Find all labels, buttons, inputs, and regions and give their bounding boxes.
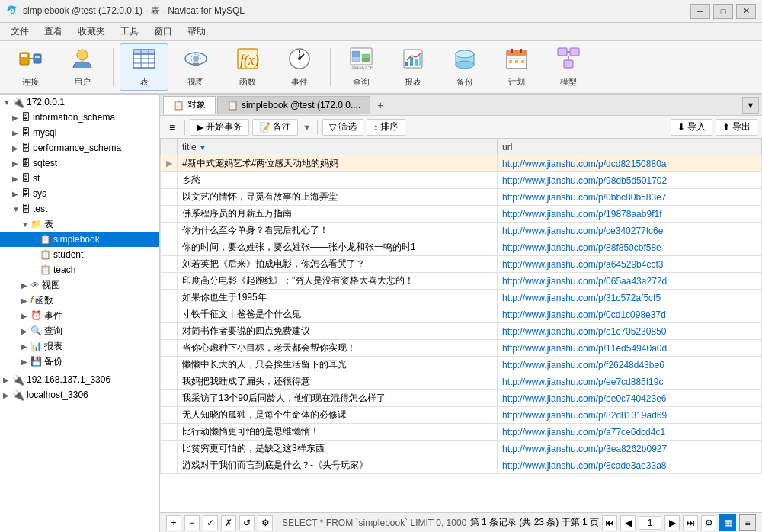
table-row[interactable]: 你的时间，要么姓张，要么姓张——张小龙和张一鸣的时1http://www.jia… <box>161 239 762 256</box>
table-row[interactable]: 你为什么至今单身？看完后扎心了！http://www.jianshu.com/p… <box>161 223 762 239</box>
tbar-export-button[interactable]: ⬆ 导出 <box>716 119 757 136</box>
tree-toggle-reports[interactable]: ▶ <box>21 342 30 351</box>
cell-url[interactable]: http://www.jianshu.com/p/a77ce6dcd4c1 <box>498 424 762 441</box>
cell-url[interactable]: http://www.jianshu.com/p/e1c705230850 <box>498 323 762 340</box>
page-first-button[interactable]: ⏮ <box>602 515 617 530</box>
toolbar-connect[interactable]: 连接 <box>6 43 55 91</box>
cell-url[interactable]: http://www.jianshu.com/p/3ea8262b0927 <box>498 441 762 457</box>
toolbar-backup[interactable]: 备份 <box>440 43 489 91</box>
table-row[interactable]: 比行动懒惰更可怕的是思维懒惰！http://www.jianshu.com/p/… <box>161 424 762 441</box>
tree-views-folder[interactable]: ▶ 👁 视图 <box>0 277 159 293</box>
th-title[interactable]: title ▼ <box>178 139 498 155</box>
cell-url[interactable]: http://www.jianshu.com/p/19878aab9f1f <box>498 206 762 223</box>
grid-view-button[interactable]: ▦ <box>719 514 736 531</box>
table-row[interactable]: 无人知晓的孤独，是每个生命体的必修课http://www.jianshu.com… <box>161 407 762 424</box>
cell-title[interactable]: 比贫穷更可怕的，是缺乏这3样东西 <box>178 441 498 457</box>
toolbar-user[interactable]: 用户 <box>58 43 107 91</box>
table-row[interactable]: 印度高分电影《起跑线》："穷人是没有资格大喜大悲的！http://www.jia… <box>161 273 762 290</box>
tree-backup-folder[interactable]: ▶ 💾 备份 <box>0 354 159 369</box>
menu-favorites[interactable]: 收藏夹 <box>70 24 113 40</box>
cell-url[interactable]: http://www.jianshu.com/p/88f850cbf58e <box>498 239 762 256</box>
tab-menu-button[interactable]: ▼ <box>742 97 759 114</box>
tree-toggle-host3[interactable]: ▶ <box>3 391 12 399</box>
tbar-backup-button[interactable]: 📝 备注 <box>252 119 298 136</box>
th-url[interactable]: url <box>498 139 762 155</box>
table-row[interactable]: 如果你也生于1995年http://www.jianshu.com/p/31c5… <box>161 290 762 306</box>
cell-url[interactable]: http://www.jianshu.com/p/0cd1c098e37d <box>498 306 762 323</box>
cell-url[interactable]: http://www.jianshu.com/p/82d81319ad69 <box>498 407 762 424</box>
tree-host1[interactable]: ▼ 🔌 172.0.0.1 <box>0 95 159 110</box>
menu-help[interactable]: 帮助 <box>180 24 213 40</box>
cell-title[interactable]: 我采访了13个90后同龄人，他们现在混得怎么样了 <box>178 390 498 407</box>
cell-title[interactable]: 我妈把我睡成了扁头，还很得意 <box>178 373 498 390</box>
tree-sys[interactable]: ▶ 🗄 sys <box>0 186 159 201</box>
table-row[interactable]: 乡愁http://www.jianshu.com/p/98db5d501702 <box>161 172 762 189</box>
cell-url[interactable]: http://www.jianshu.com/p/8cade3ae33a8 <box>498 457 762 474</box>
cell-url[interactable]: http://www.jianshu.com/p/be0c740423e6 <box>498 390 762 407</box>
check-button[interactable]: ✓ <box>203 515 218 530</box>
table-row[interactable]: 懒懒中长大的人，只会挨生活留下的耳光http://www.jianshu.com… <box>161 357 762 373</box>
cross-button[interactable]: ✗ <box>221 515 236 530</box>
toolbar-report[interactable]: 报表 <box>389 43 437 91</box>
tree-toggle-events[interactable]: ▶ <box>21 312 30 320</box>
toolbar-query[interactable]: SELECT * FROM ... 查询 <box>337 43 386 91</box>
tree-reports-folder[interactable]: ▶ 📊 报表 <box>0 338 159 354</box>
page-settings-button[interactable]: ⚙ <box>701 515 716 530</box>
cell-url[interactable]: http://www.jianshu.com/p/98db5d501702 <box>498 172 762 189</box>
table-row[interactable]: 比贫穷更可怕的，是缺乏这3样东西http://www.jianshu.com/p… <box>161 441 762 457</box>
tree-toggle-st[interactable]: ▶ <box>12 175 21 183</box>
table-row[interactable]: 游戏对于我们而言到底是什么？-《头号玩家》http://www.jianshu.… <box>161 457 762 474</box>
tree-toggle-queries[interactable]: ▶ <box>21 327 30 335</box>
form-view-button[interactable]: ≡ <box>739 514 756 531</box>
tree-toggle-host2[interactable]: ▶ <box>3 376 12 384</box>
tree-simplebook[interactable]: 📋 simplebook <box>0 232 159 247</box>
tree-toggle-info[interactable]: ▶ <box>12 114 21 122</box>
tree-student[interactable]: 📋 student <box>0 247 159 262</box>
tree-teach[interactable]: 📋 teach <box>0 262 159 277</box>
cell-title[interactable]: 对简书作者要说的四点免费建议 <box>178 323 498 340</box>
maximize-button[interactable]: □ <box>713 4 733 19</box>
tree-events-folder[interactable]: ▶ ⏰ 事件 <box>0 308 159 323</box>
table-row[interactable]: 寸铁千征文丨爸爸是个什么鬼http://www.jianshu.com/p/0c… <box>161 306 762 323</box>
tbar-sort-button[interactable]: ↕ 排序 <box>367 119 405 136</box>
tree-sqtest[interactable]: ▶ 🗄 sqtest <box>0 155 159 171</box>
tree-toggle-perf[interactable]: ▶ <box>12 144 21 152</box>
tree-toggle-backup[interactable]: ▶ <box>21 357 30 366</box>
tree-st[interactable]: ▶ 🗄 st <box>0 171 159 186</box>
tab-table-data[interactable]: 📋 simplebook @test (172.0.0.... <box>217 96 370 114</box>
toolbar-table[interactable]: 表 <box>120 43 168 91</box>
cell-title[interactable]: 印度高分电影《起跑线》："穷人是没有资格大喜大悲的！ <box>178 273 498 290</box>
cell-url[interactable]: http://www.jianshu.com/p/31c572af5cf5 <box>498 290 762 306</box>
table-row[interactable]: 当你心虑种下小目标，老天都会帮你实现！http://www.jianshu.co… <box>161 340 762 357</box>
table-row[interactable]: ▶#新中式宠妈艺术#两位感天动地的妈妈http://www.jianshu.co… <box>161 155 762 172</box>
toolbar-model[interactable]: 模型 <box>544 43 593 91</box>
delete-row-button[interactable]: − <box>184 515 200 530</box>
cell-title[interactable]: 以文艺的情怀，寻觅有故事的上海弄堂 <box>178 189 498 206</box>
tree-toggle-mysql[interactable]: ▶ <box>12 129 21 137</box>
tab-objects[interactable]: 📋 对象 <box>163 96 216 114</box>
refresh-button[interactable]: ↺ <box>239 515 255 530</box>
tree-perf-schema[interactable]: ▶ 🗄 performance_schema <box>0 140 159 155</box>
cell-title[interactable]: 寸铁千征文丨爸爸是个什么鬼 <box>178 306 498 323</box>
settings-button[interactable]: ⚙ <box>258 515 273 530</box>
menu-view[interactable]: 查看 <box>37 24 70 40</box>
tree-toggle-views[interactable]: ▶ <box>21 281 30 290</box>
cell-url[interactable]: http://www.jianshu.com/p/065aa43a272d <box>498 273 762 290</box>
tree-tables-folder[interactable]: ▼ 📁 表 <box>0 216 159 232</box>
menu-file[interactable]: 文件 <box>3 24 37 40</box>
cell-url[interactable]: http://www.jianshu.com/p/ce340277fc6e <box>498 223 762 239</box>
cell-url[interactable]: http://www.jianshu.com/p/11ed54940a0d <box>498 340 762 357</box>
tree-toggle-funcs[interactable]: ▶ <box>21 296 30 305</box>
table-row[interactable]: 我妈把我睡成了扁头，还很得意http://www.jianshu.com/p/e… <box>161 373 762 390</box>
cell-title[interactable]: 懒懒中长大的人，只会挨生活留下的耳光 <box>178 357 498 373</box>
page-prev-button[interactable]: ◀ <box>620 515 636 530</box>
cell-title[interactable]: 你的时间，要么姓张，要么姓张——张小龙和张一鸣的时1 <box>178 239 498 256</box>
tree-toggle-test[interactable]: ▼ <box>12 205 21 213</box>
cell-title[interactable]: #新中式宠妈艺术#两位感天动地的妈妈 <box>178 155 498 172</box>
page-number-input[interactable] <box>639 516 661 530</box>
table-row[interactable]: 佛系程序员的月薪五万指南http://www.jianshu.com/p/198… <box>161 206 762 223</box>
cell-title[interactable]: 比行动懒惰更可怕的是思维懒惰！ <box>178 424 498 441</box>
cell-url[interactable]: http://www.jianshu.com/p/a64529b4ccf3 <box>498 256 762 273</box>
tree-toggle-sqtest[interactable]: ▶ <box>12 159 21 168</box>
tab-add-button[interactable]: + <box>372 97 389 114</box>
